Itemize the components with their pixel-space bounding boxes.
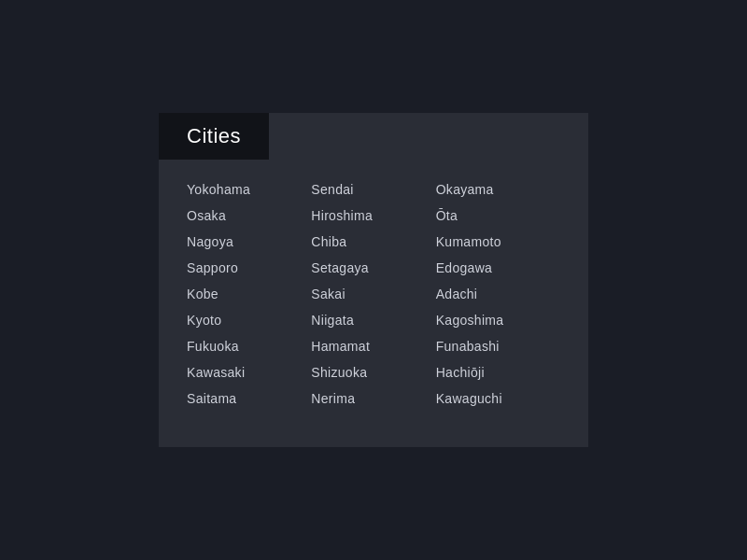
city-item: Funabashi bbox=[436, 335, 560, 357]
city-item: Sendai bbox=[311, 178, 435, 201]
city-item: Ōta bbox=[436, 204, 560, 227]
city-item: Sakai bbox=[311, 283, 435, 305]
city-item: Shizuoka bbox=[311, 361, 435, 384]
city-item: Yokohama bbox=[187, 178, 311, 201]
city-item: Edogawa bbox=[436, 257, 560, 279]
card-title: Cities bbox=[187, 124, 241, 147]
city-item: Kawaguchi bbox=[436, 387, 560, 410]
city-item: Hachiōji bbox=[436, 361, 560, 384]
card-title-bar: Cities bbox=[159, 113, 269, 160]
cities-card: Cities YokohamaSendaiOkayamaOsakaHiroshi… bbox=[159, 113, 588, 447]
city-item: Kawasaki bbox=[187, 361, 311, 384]
city-item: Saitama bbox=[187, 387, 311, 410]
city-item: Nerima bbox=[311, 387, 435, 410]
city-item: Osaka bbox=[187, 204, 311, 227]
cities-grid: YokohamaSendaiOkayamaOsakaHiroshimaŌtaNa… bbox=[159, 178, 588, 410]
city-item: Chiba bbox=[311, 231, 435, 253]
city-item: Hamamat bbox=[311, 335, 435, 357]
city-item: Hiroshima bbox=[311, 204, 435, 227]
city-item: Kyoto bbox=[187, 309, 311, 331]
city-item: Kumamoto bbox=[436, 231, 560, 253]
city-item: Adachi bbox=[436, 283, 560, 305]
city-item: Fukuoka bbox=[187, 335, 311, 357]
city-item: Nagoya bbox=[187, 231, 311, 253]
city-item: Kobe bbox=[187, 283, 311, 305]
city-item: Niigata bbox=[311, 309, 435, 331]
city-item: Sapporo bbox=[187, 257, 311, 279]
city-item: Okayama bbox=[436, 178, 560, 201]
city-item: Setagaya bbox=[311, 257, 435, 279]
city-item: Kagoshima bbox=[436, 309, 560, 331]
